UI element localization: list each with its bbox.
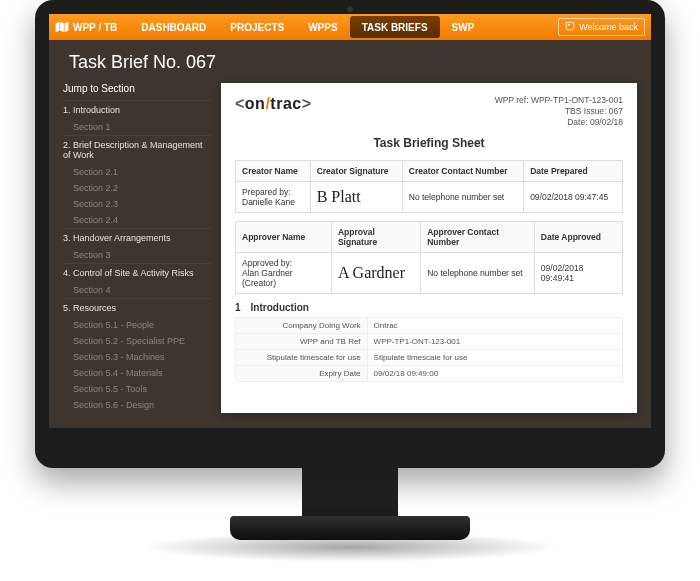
column-header: Creator Name bbox=[236, 161, 311, 182]
approver-phone-cell: No telephone number set bbox=[421, 253, 535, 294]
sidebar-section-sub[interactable]: Section 1 bbox=[63, 119, 211, 135]
column-header: Creator Signature bbox=[310, 161, 402, 182]
table-row: Expiry Date09/02/18 09:49:00 bbox=[236, 366, 623, 382]
sidebar-section-head[interactable]: 3. Handover Arrangements bbox=[63, 228, 211, 247]
kv-value: Ontrac bbox=[367, 318, 622, 334]
product-logo[interactable]: WPP / TB bbox=[55, 21, 117, 33]
column-header: Date Prepared bbox=[524, 161, 623, 182]
column-header: Approval Signature bbox=[331, 222, 420, 253]
content-area: Jump to Section 1. IntroductionSection 1… bbox=[49, 83, 651, 427]
nav-item-wpps[interactable]: WPPS bbox=[296, 14, 349, 40]
approver-signature-cell: A Gardner bbox=[331, 253, 420, 294]
doc-header: <on/trac> WPP ref: WPP-TP1-ONT-123-001TB… bbox=[235, 95, 623, 128]
sidebar-section-sub[interactable]: Section 5.6 - Design bbox=[63, 397, 211, 413]
welcome-text: Welcome back bbox=[579, 22, 638, 32]
page-title: Task Brief No. 067 bbox=[49, 40, 651, 83]
kv-value: WPP-TP1-ONT-123-001 bbox=[367, 334, 622, 350]
column-header: Approver Contact Number bbox=[421, 222, 535, 253]
sidebar-section-sub[interactable]: Section 2.3 bbox=[63, 196, 211, 212]
sidebar-section-sub[interactable]: Section 5.1 - People bbox=[63, 317, 211, 333]
section-sidebar: Jump to Section 1. IntroductionSection 1… bbox=[63, 83, 211, 413]
creator-table: Creator NameCreator SignatureCreator Con… bbox=[235, 160, 623, 213]
table-row: Company Doing WorkOntrac bbox=[236, 318, 623, 334]
sidebar-section-head[interactable]: 1. Introduction bbox=[63, 100, 211, 119]
creator-signature-cell: B Platt bbox=[310, 182, 402, 213]
app-screen: WPP / TB DASHBOARDPROJECTSWPPSTASK BRIEF… bbox=[49, 14, 651, 428]
kv-key: WPP and TB Ref bbox=[236, 334, 368, 350]
creator-name-cell: Prepared by: Danielle Kane bbox=[236, 182, 311, 213]
intro-kv-table: Company Doing WorkOntracWPP and TB RefWP… bbox=[235, 317, 623, 382]
nav-item-swp[interactable]: SWP bbox=[440, 14, 487, 40]
ref-line: TBS Issue: 067 bbox=[495, 106, 623, 117]
kv-key: Company Doing Work bbox=[236, 318, 368, 334]
monitor-stand-base bbox=[230, 516, 470, 540]
sidebar-section-sub[interactable]: Section 5.3 - Machines bbox=[63, 349, 211, 365]
table-row: Stipulate timescale for useStipulate tim… bbox=[236, 350, 623, 366]
sidebar-section-sub[interactable]: Section 5.2 - Specialist PPE bbox=[63, 333, 211, 349]
approver-name-cell: Approved by: Alan Gardner (Creator) bbox=[236, 253, 332, 294]
ref-block: WPP ref: WPP-TP1-ONT-123-001TBS Issue: 0… bbox=[495, 95, 623, 128]
sidebar-section-sub[interactable]: Section 5.4 - Materials bbox=[63, 365, 211, 381]
map-icon bbox=[55, 21, 69, 33]
top-nav: DASHBOARDPROJECTSWPPSTASK BRIEFSSWP bbox=[129, 14, 486, 40]
approver-table: Approver NameApproval SignatureApprover … bbox=[235, 221, 623, 294]
welcome-badge[interactable]: Welcome back bbox=[558, 18, 645, 36]
product-name: WPP / TB bbox=[73, 22, 117, 33]
sidebar-section-head[interactable]: 5. Resources bbox=[63, 298, 211, 317]
kv-key: Expiry Date bbox=[236, 366, 368, 382]
sidebar-section-sub[interactable]: Section 2.2 bbox=[63, 180, 211, 196]
brand-logo: <on/trac> bbox=[235, 95, 312, 113]
sidebar-section-head[interactable]: 4. Control of Site & Activity Risks bbox=[63, 263, 211, 282]
column-header: Approver Name bbox=[236, 222, 332, 253]
kv-key: Stipulate timescale for use bbox=[236, 350, 368, 366]
svg-rect-1 bbox=[568, 24, 570, 26]
approver-date-cell: 09/02/2018 09:49:41 bbox=[534, 253, 622, 294]
sidebar-section-sub[interactable]: Section 2.4 bbox=[63, 212, 211, 228]
column-header: Date Approved bbox=[534, 222, 622, 253]
sidebar-section-sub[interactable]: Section 3 bbox=[63, 247, 211, 263]
sidebar-section-head[interactable]: 2. Brief Description & Management of Wor… bbox=[63, 135, 211, 164]
camera-dot bbox=[347, 6, 353, 12]
table-row: Prepared by: Danielle Kane B Platt No te… bbox=[236, 182, 623, 213]
monitor-stand-neck bbox=[302, 462, 398, 524]
sidebar-section-sub[interactable]: Section 4 bbox=[63, 282, 211, 298]
column-header: Creator Contact Number bbox=[402, 161, 523, 182]
nav-item-task-briefs[interactable]: TASK BRIEFS bbox=[350, 16, 440, 38]
kv-value: 09/02/18 09:49:00 bbox=[367, 366, 622, 382]
creator-date-cell: 09/02/2018 09:47:45 bbox=[524, 182, 623, 213]
sidebar-section-sub[interactable]: Section 2.1 bbox=[63, 164, 211, 180]
sidebar-section-sub[interactable]: Section 5.5 - Tools bbox=[63, 381, 211, 397]
doc-title: Task Briefing Sheet bbox=[235, 136, 623, 150]
user-icon bbox=[565, 21, 575, 33]
topbar: WPP / TB DASHBOARDPROJECTSWPPSTASK BRIEF… bbox=[49, 14, 651, 40]
sidebar-title: Jump to Section bbox=[63, 83, 211, 94]
nav-item-projects[interactable]: PROJECTS bbox=[218, 14, 296, 40]
nav-item-dashboard[interactable]: DASHBOARD bbox=[129, 14, 218, 40]
kv-value: Stipulate timescale for use bbox=[367, 350, 622, 366]
table-row: WPP and TB RefWPP-TP1-ONT-123-001 bbox=[236, 334, 623, 350]
ref-line: Date: 09/02/18 bbox=[495, 117, 623, 128]
monitor-frame: WPP / TB DASHBOARDPROJECTSWPPSTASK BRIEF… bbox=[35, 0, 665, 468]
creator-phone-cell: No telephone number set bbox=[402, 182, 523, 213]
section-1-header: 1 Introduction bbox=[235, 302, 623, 313]
table-row: Approved by: Alan Gardner (Creator) A Ga… bbox=[236, 253, 623, 294]
document-panel: <on/trac> WPP ref: WPP-TP1-ONT-123-001TB… bbox=[221, 83, 637, 413]
svg-rect-0 bbox=[566, 22, 574, 30]
ref-line: WPP ref: WPP-TP1-ONT-123-001 bbox=[495, 95, 623, 106]
